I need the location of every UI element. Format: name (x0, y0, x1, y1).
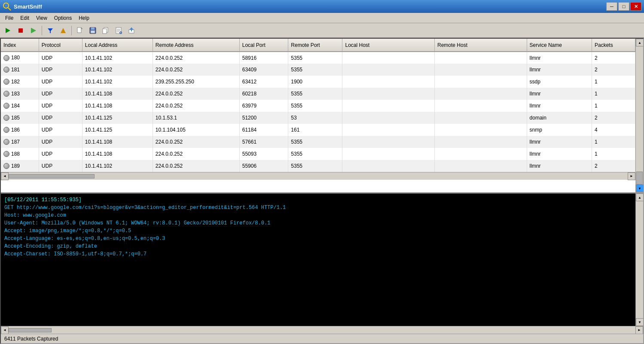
save-button[interactable] (87, 25, 99, 36)
alert-button[interactable] (57, 25, 69, 36)
cell-remote-port: 5355 (288, 64, 342, 76)
cell-remote-host (435, 76, 527, 88)
lower-hscroll-track[interactable] (9, 328, 635, 333)
filter-button[interactable] (44, 25, 56, 36)
row-indicator (3, 103, 9, 109)
col-header-remote-port[interactable]: Remote Port (288, 39, 342, 52)
menu-edit[interactable]: Edit (17, 14, 33, 22)
cell-local-addr: 10.1.41.102 (82, 64, 153, 76)
table-row[interactable]: 189 UDP 10.1.41.102 224.0.0.252 55906 53… (1, 160, 635, 172)
table-row[interactable]: 188 UDP 10.1.41.108 224.0.0.252 55093 53… (1, 148, 635, 160)
cell-local-host (342, 88, 435, 100)
menu-help[interactable]: Help (75, 14, 93, 22)
close-button[interactable]: ✕ (630, 2, 641, 11)
cell-remote-host (435, 52, 527, 64)
title-bar-left: SmartSniff (3, 2, 42, 11)
menu-options[interactable]: Options (51, 14, 75, 22)
vscroll-down-button[interactable]: ▼ (636, 184, 643, 192)
table-vscrollbar[interactable]: ▲ ▼ (635, 39, 643, 192)
cell-service: llmnr (527, 88, 592, 100)
menu-view[interactable]: View (33, 14, 51, 22)
play-green-button[interactable] (27, 25, 40, 36)
cell-protocol: UDP (39, 148, 82, 160)
content-line: Accept: image/png,image/*;q=0.8,*/*;q=0.… (4, 227, 632, 235)
cell-remote-addr: 224.0.0.252 (153, 136, 239, 148)
col-header-local-port[interactable]: Local Port (239, 39, 288, 52)
cell-index: 189 (1, 160, 39, 172)
col-header-protocol[interactable]: Protocol (39, 39, 82, 52)
cell-remote-addr: 239.255.255.250 (153, 76, 239, 88)
play-button[interactable] (2, 25, 14, 36)
packet-content: [05/12/2011 11:55:55:935]GET http://www.… (1, 194, 635, 326)
cell-remote-host (435, 160, 527, 172)
cell-local-port: 57661 (239, 136, 288, 148)
table-row[interactable]: 183 UDP 10.1.41.108 224.0.0.252 60218 53… (1, 88, 635, 100)
table-row[interactable]: 187 UDP 10.1.41.108 224.0.0.252 57661 53… (1, 136, 635, 148)
content-line: Accept-Charset: ISO-8859-1,utf-8;q=0.7,*… (4, 250, 632, 258)
cell-protocol: UDP (39, 124, 82, 136)
table-row[interactable]: 185 UDP 10.1.41.125 10.1.53.1 51200 53 d… (1, 112, 635, 124)
cell-service: ssdp (527, 76, 592, 88)
lower-vscrollbar[interactable]: ▲ ▼ (635, 194, 643, 326)
table-hscrollbar[interactable]: ◄ ► (1, 172, 635, 180)
svg-rect-9 (77, 28, 81, 33)
table-row[interactable]: 184 UDP 10.1.41.108 224.0.0.252 63979 53… (1, 100, 635, 112)
cell-protocol: UDP (39, 136, 82, 148)
cell-local-addr: 10.1.41.102 (82, 160, 153, 172)
col-header-service-name[interactable]: Service Name (527, 39, 592, 52)
col-header-local-host[interactable]: Local Host (342, 39, 435, 52)
content-line: Accept-Encoding: gzip, deflate (4, 243, 632, 250)
cell-packets: 1 (592, 100, 635, 112)
cell-remote-addr: 224.0.0.252 (153, 148, 239, 160)
cell-index: 184 (1, 100, 39, 112)
cell-local-addr: 10.1.41.108 (82, 136, 153, 148)
cell-remote-host (435, 124, 527, 136)
svg-marker-8 (61, 28, 66, 33)
col-header-remote-address[interactable]: Remote Address (153, 39, 239, 52)
new-button[interactable] (74, 25, 86, 36)
cell-index: 180 (1, 52, 39, 64)
table-row[interactable]: 182 UDP 10.1.41.102 239.255.255.250 6341… (1, 76, 635, 88)
col-header-remote-host[interactable]: Remote Host (435, 39, 527, 52)
lower-hscrollbar[interactable]: ◄ ► (1, 326, 643, 334)
table-row[interactable]: 180 UDP 10.1.41.102 224.0.0.252 58916 53… (1, 52, 635, 64)
table-scroll-content: Index Protocol Local Address Remote Addr… (1, 39, 635, 192)
cell-remote-host (435, 88, 527, 100)
col-header-local-address[interactable]: Local Address (82, 39, 153, 52)
hscroll-thumb[interactable] (9, 174, 95, 178)
hscroll-left-button[interactable]: ◄ (1, 172, 9, 180)
toolbar (0, 23, 644, 38)
cell-packets: 2 (592, 112, 635, 124)
vscroll-thumb[interactable] (636, 172, 643, 184)
lower-vscroll-up-button[interactable]: ▲ (636, 194, 643, 201)
table-row[interactable]: 186 UDP 10.1.41.125 10.1.104.105 61184 1… (1, 124, 635, 136)
row-indicator (3, 79, 9, 85)
svg-rect-6 (31, 28, 32, 33)
lower-hscroll-right-button[interactable]: ► (635, 326, 643, 334)
lower-hscroll-thumb[interactable] (9, 328, 52, 332)
menu-file[interactable]: File (2, 14, 17, 22)
hscroll-right-button[interactable]: ► (628, 172, 635, 180)
table-row[interactable]: 181 UDP 10.1.41.102 224.0.0.252 63409 53… (1, 64, 635, 76)
export-button[interactable] (125, 25, 137, 36)
lower-vscroll-down-button[interactable]: ▼ (636, 318, 643, 326)
maximize-button[interactable]: □ (618, 2, 629, 11)
lower-hscroll-left-button[interactable]: ◄ (1, 326, 9, 334)
packets-table: Index Protocol Local Address Remote Addr… (1, 39, 635, 172)
report-button[interactable] (113, 25, 125, 36)
vscroll-up-button[interactable]: ▲ (636, 39, 643, 46)
hscroll-track[interactable] (9, 174, 628, 179)
col-header-index[interactable]: Index (1, 39, 39, 52)
cell-remote-host (435, 136, 527, 148)
cell-remote-host (435, 100, 527, 112)
title-bar: SmartSniff ─ □ ✕ (0, 0, 644, 13)
stop-button[interactable] (15, 25, 27, 36)
copy-button[interactable] (100, 25, 112, 36)
col-header-packets[interactable]: Packets (592, 39, 635, 52)
cell-remote-addr: 10.1.104.105 (153, 124, 239, 136)
cell-remote-addr: 224.0.0.252 (153, 160, 239, 172)
svg-rect-14 (91, 31, 95, 33)
vscroll-track (636, 46, 643, 184)
cell-service: domain (527, 112, 592, 124)
minimize-button[interactable]: ─ (606, 2, 617, 11)
